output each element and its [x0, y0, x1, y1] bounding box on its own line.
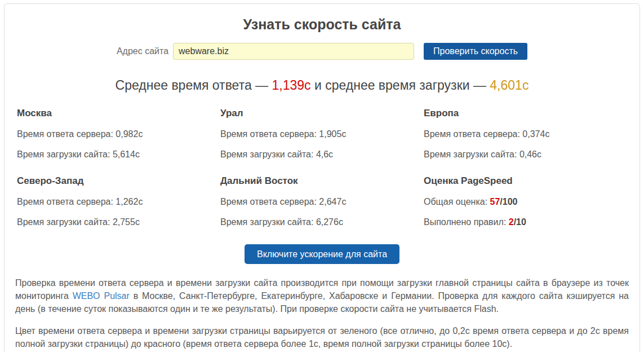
pagespeed-title: Оценка PageSpeed	[424, 175, 627, 187]
response-time-value: 0,982с	[116, 129, 143, 139]
load-time-value: 0,46с	[519, 149, 541, 159]
color-legend-description: Цвет времени ответа сервера и времени за…	[15, 324, 629, 350]
pagespeed-rules-total: /10	[514, 217, 526, 227]
load-time-row: Время загрузки сайта: 4,6с	[220, 149, 424, 160]
region-block-moscow: Москва Время ответа сервера: 0,982с Врем…	[17, 101, 220, 169]
load-time-row: Время загрузки сайта: 6,276с	[220, 217, 424, 227]
region-title: Москва	[17, 108, 220, 119]
summary-part1: Среднее время ответа —	[116, 78, 272, 93]
region-title: Северо-Запад	[17, 175, 220, 187]
region-title: Европа	[424, 108, 627, 119]
region-block-fareast: Дальний Восток Время ответа сервера: 2,6…	[220, 169, 424, 236]
summary-heading: Среднее время ответа — 1,139с и среднее …	[12, 78, 632, 93]
avg-load-time: 4,601с	[490, 78, 528, 93]
speed-test-panel: Узнать скорость сайта Адрес сайта Провер…	[4, 3, 640, 352]
site-address-label: Адрес сайта	[117, 46, 168, 56]
response-time-value: 2,647с	[319, 197, 346, 206]
response-time-row: Время ответа сервера: 0,374с	[424, 129, 627, 139]
load-time-row: Время загрузки сайта: 0,46с	[424, 149, 627, 160]
pagespeed-score-row: Общая оценка: 57/100	[424, 197, 627, 207]
load-time-row: Время загрузки сайта: 5,614с	[17, 149, 220, 160]
summary-part2: и среднее время загрузки —	[311, 78, 490, 93]
region-title: Урал	[220, 108, 424, 119]
load-time-row: Время загрузки сайта: 2,755с	[17, 217, 220, 227]
webo-pulsar-link[interactable]: WEBO Pulsar	[73, 291, 130, 301]
url-check-form: Адрес сайта Проверить скорость	[12, 43, 632, 60]
footer-notes: Проверка времени ответа сервера и времен…	[15, 276, 629, 350]
region-block-europe: Европа Время ответа сервера: 0,374с Врем…	[424, 101, 627, 169]
enable-acceleration-button[interactable]: Включите ускорение для сайта	[245, 244, 399, 264]
check-speed-button[interactable]: Проверить скорость	[424, 43, 527, 60]
load-time-value: 2,755с	[113, 217, 140, 227]
load-time-value: 4,6с	[316, 149, 333, 159]
response-time-value: 0,374с	[522, 129, 549, 139]
response-time-row: Время ответа сервера: 2,647с	[220, 197, 424, 207]
avg-response-time: 1,139с	[272, 78, 311, 93]
region-block-ural: Урал Время ответа сервера: 1,905с Время …	[220, 101, 424, 169]
load-time-value: 5,614с	[113, 149, 140, 159]
response-time-value: 1,905с	[319, 129, 346, 139]
pagespeed-score-total: /100	[500, 197, 517, 206]
pagespeed-rules-row: Выполнено правил: 2/10	[424, 217, 627, 227]
results-grid: Москва Время ответа сервера: 0,982с Врем…	[12, 101, 632, 236]
monitoring-description: Проверка времени ответа сервера и времен…	[15, 276, 629, 316]
site-address-input[interactable]	[173, 43, 414, 60]
load-time-value: 6,276с	[316, 217, 343, 227]
pagespeed-score-value: 57	[490, 197, 500, 206]
page-title: Узнать скорость сайта	[12, 16, 632, 33]
response-time-value: 1,262с	[116, 197, 143, 206]
region-title: Дальний Восток	[220, 175, 424, 187]
region-block-northwest: Северо-Запад Время ответа сервера: 1,262…	[17, 169, 220, 236]
response-time-row: Время ответа сервера: 0,982с	[17, 129, 220, 139]
response-time-row: Время ответа сервера: 1,262с	[17, 197, 220, 207]
response-time-row: Время ответа сервера: 1,905с	[220, 129, 424, 139]
pagespeed-rules-value: 2	[509, 217, 514, 227]
pagespeed-block: Оценка PageSpeed Общая оценка: 57/100 Вы…	[424, 169, 627, 236]
